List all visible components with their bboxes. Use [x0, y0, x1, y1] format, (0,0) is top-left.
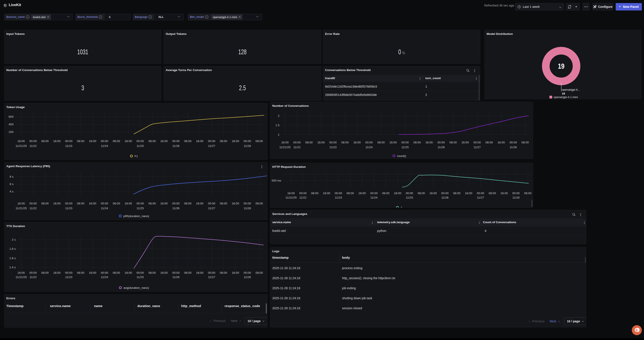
svg-text:11/23: 11/23 [65, 144, 72, 148]
svg-text:08:00: 08:00 [184, 271, 192, 274]
svg-text:11/23: 11/23 [65, 206, 72, 210]
svg-text:11/25: 11/25 [137, 276, 144, 279]
svg-text:16:00: 16:00 [287, 192, 295, 195]
svg-text:08:00: 08:00 [148, 271, 156, 274]
svg-text:00:00: 00:00 [441, 192, 449, 195]
svg-text:200: 200 [8, 130, 14, 134]
svg-text:16:00: 16:00 [500, 192, 508, 195]
svg-text:00:00: 00:00 [244, 140, 251, 143]
svg-text:00:00: 00:00 [65, 140, 72, 143]
svg-text:11/22: 11/22 [30, 276, 37, 279]
svg-text:16:00: 16:00 [89, 271, 96, 274]
svg-text:08:00: 08:00 [347, 192, 354, 195]
svg-text:08:00: 08:00 [256, 202, 263, 205]
svg-text:2: 2 [278, 114, 280, 118]
svg-text:00:00: 00:00 [208, 202, 216, 205]
svg-text:16:00: 16:00 [196, 202, 204, 205]
svg-text:11/26: 11/26 [438, 146, 445, 149]
svg-text:16:00: 16:00 [53, 271, 60, 274]
svg-text:00:00: 00:00 [101, 202, 108, 205]
svg-text:11/24: 11/24 [101, 206, 108, 210]
svg-text:16:00: 16:00 [232, 140, 239, 143]
svg-text:16:00: 16:00 [354, 141, 361, 144]
svg-text:16:00: 16:00 [232, 202, 239, 205]
svg-text:16:00: 16:00 [53, 140, 60, 143]
svg-text:11/24: 11/24 [101, 144, 108, 148]
svg-text:11/23: 11/23 [330, 146, 336, 149]
svg-text:00:00: 00:00 [370, 192, 378, 195]
svg-text:08:00: 08:00 [418, 192, 425, 195]
svg-text:08:00: 08:00 [220, 202, 227, 205]
svg-text:08:00: 08:00 [256, 271, 263, 274]
svg-text:11/22: 11/22 [294, 146, 301, 149]
svg-text:1.4 s: 1.4 s [9, 266, 16, 269]
svg-text:08:00: 08:00 [41, 271, 48, 274]
svg-text:count(): count() [397, 154, 406, 158]
svg-text:00:00: 00:00 [101, 140, 108, 143]
svg-text:16:00: 16:00 [160, 140, 168, 143]
svg-text:avg(duration_nano): avg(duration_nano) [124, 286, 149, 290]
svg-text:11/21/25: 11/21/25 [285, 196, 297, 199]
svg-text:00:00: 00:00 [512, 192, 520, 195]
svg-text:00:00: 00:00 [401, 141, 409, 144]
svg-text:00:00: 00:00 [208, 140, 216, 143]
svg-text:16:00: 16:00 [281, 141, 289, 144]
svg-text:11/23: 11/23 [65, 276, 72, 279]
svg-text:08:00: 08:00 [113, 271, 120, 274]
svg-text:1.6 s: 1.6 s [9, 256, 16, 260]
svg-text:08:00: 08:00 [305, 141, 313, 144]
svg-text:16:00: 16:00 [125, 140, 132, 143]
svg-text:08:00: 08:00 [77, 202, 84, 205]
svg-text:00:00: 00:00 [30, 202, 37, 205]
svg-text:8 s: 8 s [10, 175, 14, 178]
svg-text:08:00: 08:00 [113, 140, 120, 143]
svg-text:08:00: 08:00 [148, 202, 156, 205]
svg-text:08:00: 08:00 [413, 141, 421, 144]
svg-text:400: 400 [8, 123, 14, 126]
svg-text:1.5: 1.5 [275, 124, 280, 127]
svg-text:1.8 s: 1.8 s [9, 247, 16, 250]
svg-text:16:00: 16:00 [498, 141, 505, 144]
svg-text:6 s: 6 s [10, 182, 14, 186]
svg-text:11/22: 11/22 [30, 144, 37, 148]
svg-text:11/28: 11/28 [510, 146, 517, 149]
svg-text:08:00: 08:00 [488, 192, 496, 195]
svg-text:00:00: 00:00 [172, 271, 180, 274]
svg-text:11/25: 11/25 [137, 144, 144, 148]
svg-text:00:00: 00:00 [510, 141, 517, 144]
svg-text:16:00: 16:00 [160, 271, 168, 274]
svg-text:08:00: 08:00 [524, 192, 532, 195]
svg-text:16:00: 16:00 [18, 140, 25, 143]
svg-text:A: A [400, 206, 402, 208]
svg-text:08:00: 08:00 [113, 202, 120, 205]
svg-text:08:00: 08:00 [256, 140, 263, 143]
svg-text:00:00: 00:00 [136, 271, 144, 274]
svg-text:19: 19 [562, 92, 565, 95]
svg-text:11/27: 11/27 [208, 144, 215, 148]
svg-text:08:00: 08:00 [77, 271, 84, 274]
svg-text:11/25: 11/25 [402, 146, 409, 149]
svg-text:16:00: 16:00 [18, 271, 25, 274]
svg-text:16:00: 16:00 [89, 202, 96, 205]
svg-text:00:00: 00:00 [474, 141, 481, 144]
svg-text:16:00: 16:00 [89, 140, 96, 143]
svg-text:08:00: 08:00 [184, 140, 192, 143]
svg-text:16:00: 16:00 [196, 140, 204, 143]
svg-text:11/24: 11/24 [101, 276, 108, 279]
svg-text:16:00: 16:00 [389, 141, 397, 144]
svg-text:11/25: 11/25 [137, 206, 144, 210]
svg-text:19: 19 [558, 62, 564, 70]
svg-text:11/27: 11/27 [474, 146, 481, 149]
svg-text:11/26: 11/26 [172, 144, 180, 148]
svg-text:600: 600 [8, 115, 14, 118]
svg-text:00:00: 00:00 [406, 192, 413, 195]
svg-text:16:00: 16:00 [53, 202, 60, 205]
svg-text:2 s: 2 s [12, 238, 16, 241]
svg-text:11/28: 11/28 [244, 206, 251, 210]
svg-text:11/22: 11/22 [30, 206, 37, 210]
svg-text:08:00: 08:00 [184, 202, 192, 205]
svg-text:08:00: 08:00 [522, 141, 529, 144]
svg-text:openai/gpt-4.1-mini: openai/gpt-4.1-mini [554, 96, 578, 99]
svg-text:11/26: 11/26 [172, 276, 180, 279]
svg-text:11/27: 11/27 [477, 196, 484, 199]
